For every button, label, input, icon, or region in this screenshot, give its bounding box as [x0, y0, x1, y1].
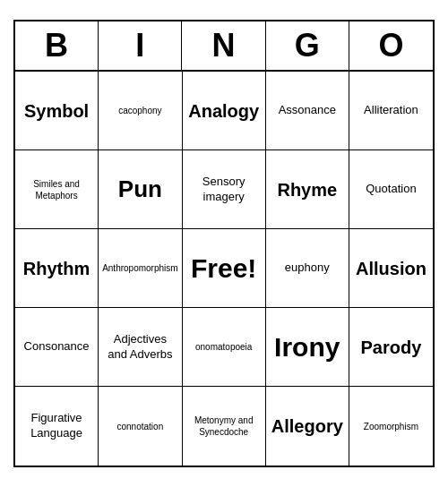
bingo-cell: Parody — [349, 308, 433, 387]
bingo-cell: Consonance — [15, 308, 99, 387]
bingo-cell: euphony — [266, 229, 349, 308]
cell-text: Figurative Language — [19, 411, 94, 441]
cell-text: Pun — [118, 175, 162, 205]
cell-text: euphony — [285, 261, 330, 276]
cell-text: Allusion — [356, 257, 426, 280]
cell-text: Irony — [274, 329, 340, 364]
header-letter: I — [99, 21, 182, 70]
bingo-cell: Adjectives and Adverbs — [99, 308, 182, 387]
cell-text: Assonance — [279, 103, 336, 118]
bingo-grid: SymbolcacophonyAnalogyAssonanceAlliterat… — [15, 72, 433, 466]
bingo-cell: Analogy — [183, 72, 266, 150]
bingo-cell: Free! — [183, 229, 266, 308]
cell-text: Quotation — [366, 182, 416, 197]
cell-text: Alliteration — [364, 103, 418, 118]
bingo-cell: Allusion — [349, 229, 433, 308]
cell-text: Similes and Metaphors — [19, 178, 94, 201]
cell-text: Parody — [361, 336, 422, 359]
bingo-cell: Allegory — [266, 387, 349, 466]
cell-text: connotation — [117, 421, 164, 432]
bingo-cell: Pun — [99, 150, 182, 229]
bingo-header: BINGO — [15, 21, 433, 72]
bingo-cell: Anthropomorphism — [99, 229, 182, 308]
bingo-cell: Similes and Metaphors — [15, 150, 99, 229]
bingo-cell: Rhyme — [266, 150, 349, 229]
cell-text: onomatopoeia — [195, 341, 252, 353]
header-letter: N — [182, 21, 265, 70]
cell-text: Free! — [191, 251, 256, 286]
cell-text: Consonance — [24, 339, 90, 355]
cell-text: Metonymy and Synecdoche — [186, 414, 262, 438]
cell-text: cacophony — [118, 105, 161, 116]
cell-text: Allegory — [271, 414, 343, 438]
cell-text: Symbol — [24, 99, 89, 123]
bingo-cell: Irony — [266, 308, 349, 387]
bingo-cell: Quotation — [349, 150, 433, 229]
bingo-card: BINGO SymbolcacophonyAnalogyAssonanceAll… — [13, 20, 435, 467]
bingo-cell: onomatopoeia — [183, 308, 266, 387]
header-letter: G — [266, 21, 349, 70]
bingo-cell: Rhythm — [15, 229, 99, 308]
header-letter: B — [15, 21, 99, 70]
cell-text: Sensory imagery — [186, 175, 262, 205]
cell-text: Rhythm — [23, 257, 90, 280]
bingo-cell: Symbol — [15, 72, 99, 150]
cell-text: Zoomorphism — [364, 421, 418, 432]
bingo-cell: Zoomorphism — [349, 387, 433, 466]
cell-text: Anthropomorphism — [102, 262, 177, 274]
bingo-cell: Assonance — [266, 72, 349, 150]
bingo-cell: Alliteration — [349, 72, 433, 150]
bingo-cell: connotation — [99, 387, 182, 466]
bingo-cell: cacophony — [99, 72, 182, 150]
cell-text: Analogy — [188, 99, 259, 123]
bingo-cell: Figurative Language — [15, 387, 99, 466]
cell-text: Rhyme — [277, 178, 337, 201]
bingo-cell: Sensory imagery — [183, 150, 266, 229]
header-letter: O — [349, 21, 433, 70]
cell-text: Adjectives and Adverbs — [102, 332, 177, 363]
bingo-cell: Metonymy and Synecdoche — [183, 387, 266, 466]
